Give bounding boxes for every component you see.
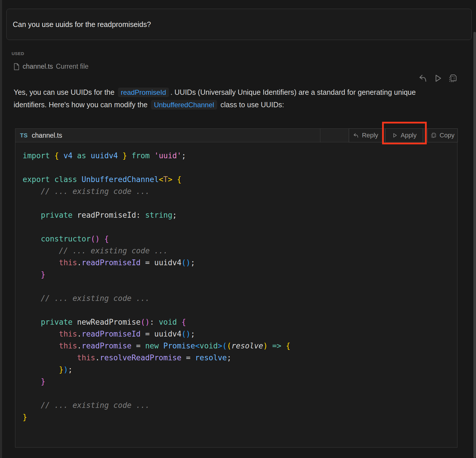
copy-icon xyxy=(448,73,458,83)
code-line: // ... existing code ... xyxy=(23,245,452,257)
code-line: } xyxy=(23,376,452,388)
code-line: this.readPromiseId = uuidv4(); xyxy=(23,328,452,340)
code-block-filename: channel.ts xyxy=(32,132,62,139)
code-line: // ... existing code ... xyxy=(23,186,452,197)
code-block-header: TS channel.ts Reply Apply xyxy=(15,129,457,142)
code-line xyxy=(23,197,452,209)
chat-panel: Can you use uuids for the readpromiseids… xyxy=(0,0,476,458)
code-line: export class UnbufferedChannel<T> { xyxy=(23,174,452,186)
reply-icon-button[interactable] xyxy=(417,72,428,84)
reply-arrow-icon xyxy=(418,73,428,83)
code-line: this.readPromiseId = uuidv4(); xyxy=(23,257,452,269)
inline-code: UnbufferedChannel xyxy=(151,100,217,110)
reply-button[interactable]: Reply xyxy=(349,128,382,142)
used-label: USED xyxy=(12,51,24,56)
code-line: } xyxy=(23,269,452,281)
code-block: TS channel.ts Reply Apply xyxy=(15,128,457,448)
code-line xyxy=(23,388,452,399)
code-line: }); xyxy=(23,364,452,376)
inline-code: readPromiseId xyxy=(118,88,169,97)
code-line xyxy=(23,281,452,292)
message-actions xyxy=(417,72,459,84)
code-line: constructor() { xyxy=(23,233,452,245)
user-message-text: Can you use uuids for the readpromiseids… xyxy=(7,20,151,29)
code-line xyxy=(23,162,452,174)
code-line: } xyxy=(23,411,452,423)
reply-arrow-icon xyxy=(353,132,359,139)
reply-button-label: Reply xyxy=(362,132,378,139)
copy-icon xyxy=(430,132,437,139)
context-file-item[interactable]: channel.ts Current file xyxy=(13,63,88,70)
code-line: import { v4 as uuidv4 } from 'uuid'; xyxy=(23,150,452,162)
code-line: // ... existing code ... xyxy=(23,292,452,304)
code-line: this.resolveReadPromise = resolve; xyxy=(23,352,452,364)
scrollbar-thumb[interactable] xyxy=(473,32,476,458)
copy-button-label: Copy xyxy=(439,132,454,139)
code-line xyxy=(23,304,452,316)
copy-button[interactable]: Copy xyxy=(427,128,458,142)
code-line: private newReadPromise(): void { xyxy=(23,316,452,328)
code-line: private readPromiseId: string; xyxy=(23,209,452,221)
play-icon xyxy=(392,132,398,139)
code-line xyxy=(23,221,452,233)
apply-button-label: Apply xyxy=(401,132,417,139)
context-file-status: Current file xyxy=(56,63,88,70)
context-file-name: channel.ts xyxy=(23,63,53,70)
code-content: import { v4 as uuidv4 } from 'uuid'; exp… xyxy=(15,142,457,435)
code-line: this.readPromise = new Promise<void>((re… xyxy=(23,340,452,352)
left-gutter xyxy=(0,0,2,458)
apply-button[interactable]: Apply xyxy=(385,128,423,142)
file-icon xyxy=(13,63,20,70)
code-line: // ... existing code ... xyxy=(23,399,452,411)
assistant-response-text: Yes, you can use UUIDs for the readPromi… xyxy=(14,86,440,111)
play-icon xyxy=(433,73,443,83)
copy-icon-button[interactable] xyxy=(448,72,459,84)
header-divider xyxy=(320,129,320,142)
user-message: Can you use uuids for the readpromiseids… xyxy=(6,9,472,40)
language-badge: TS xyxy=(20,132,28,139)
run-icon-button[interactable] xyxy=(433,72,444,84)
